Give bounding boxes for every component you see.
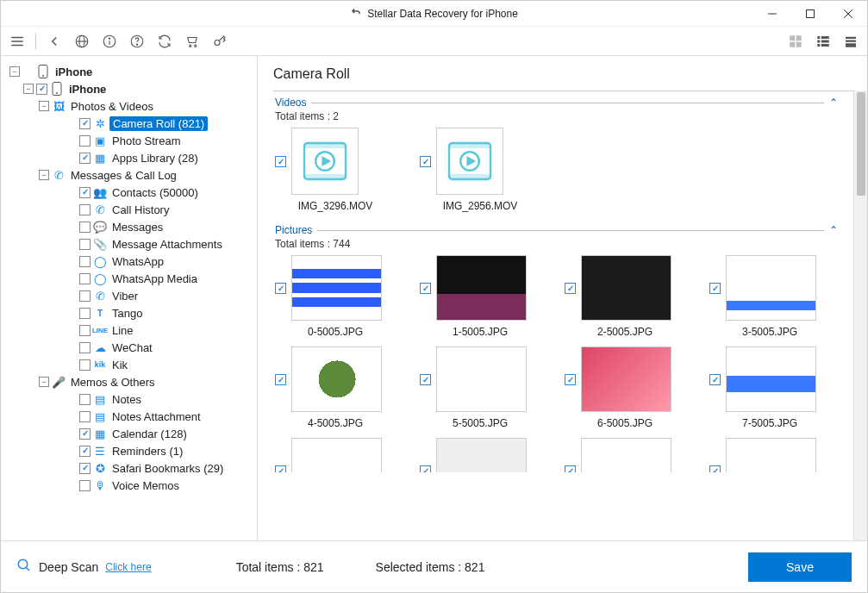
checkbox[interactable] <box>79 359 91 371</box>
tree-item-wechat[interactable]: ☁ WeChat <box>4 339 257 356</box>
refresh-icon[interactable] <box>155 32 174 51</box>
view-list-icon[interactable] <box>814 32 833 51</box>
item-checkbox[interactable] <box>709 374 721 385</box>
expand-toggle[interactable]: − <box>9 66 20 77</box>
checkbox[interactable] <box>79 273 91 284</box>
picture-item[interactable]: 5-5005.JPG <box>420 346 540 429</box>
tree-item-messages[interactable]: 💬 Messages <box>4 218 257 235</box>
checkbox[interactable] <box>79 342 91 353</box>
item-checkbox[interactable] <box>420 465 431 473</box>
checkbox[interactable] <box>79 480 91 491</box>
item-checkbox[interactable] <box>275 465 286 473</box>
picture-item[interactable] <box>275 438 396 472</box>
picture-thumb[interactable] <box>436 438 527 472</box>
info-icon[interactable] <box>100 32 119 51</box>
tree-root-iphone[interactable]: − iPhone <box>4 63 257 80</box>
checkbox[interactable] <box>79 135 91 147</box>
checkbox[interactable] <box>79 308 91 319</box>
item-checkbox[interactable] <box>565 283 576 294</box>
checkbox[interactable] <box>79 204 91 215</box>
expand-toggle[interactable]: − <box>39 101 49 111</box>
picture-thumb[interactable] <box>581 346 671 412</box>
tree-item-calendar[interactable]: ▦ Calendar (128) <box>4 425 257 442</box>
minimize-button[interactable] <box>753 1 791 26</box>
picture-item[interactable]: 1-5005.JPG <box>420 255 540 338</box>
picture-item[interactable] <box>565 438 685 472</box>
checkbox[interactable] <box>79 411 91 422</box>
expand-toggle[interactable]: − <box>39 170 49 180</box>
checkbox[interactable] <box>36 84 47 95</box>
tree-item-photo-stream[interactable]: ▣ Photo Stream <box>4 132 257 149</box>
cart-icon[interactable] <box>183 32 202 51</box>
expand-toggle[interactable]: − <box>39 377 49 387</box>
tree-item-call-history[interactable]: ✆ Call History <box>4 201 257 218</box>
picture-item[interactable]: 7-5005.JPG <box>709 346 830 429</box>
maximize-button[interactable] <box>791 1 829 26</box>
checkbox[interactable] <box>79 118 91 129</box>
scrollbar-thumb[interactable] <box>857 92 865 196</box>
save-button[interactable]: Save <box>748 552 852 582</box>
picture-item[interactable]: 6-5005.JPG <box>565 346 685 429</box>
tree-item-notes[interactable]: ▤ Notes <box>4 390 257 408</box>
picture-item[interactable]: 3-5005.JPG <box>709 255 830 338</box>
tree-item-whatsapp-media[interactable]: ◯ WhatsApp Media <box>4 270 257 287</box>
tree-group-memos[interactable]: − 🎤 Memos & Others <box>4 373 257 390</box>
tree-item-apps-library[interactable]: ▦ Apps Library (28) <box>4 149 257 166</box>
video-item[interactable]: IMG_2956.MOV <box>420 128 540 212</box>
view-stack-icon[interactable] <box>841 32 860 51</box>
tree-item-tango[interactable]: T Tango <box>4 304 257 321</box>
item-checkbox[interactable] <box>420 156 431 167</box>
tree-item-viber[interactable]: ✆ Viber <box>4 287 257 304</box>
content-scroll[interactable]: Videos ⌃ Total items : 2 IMG_3296.MOV <box>273 91 853 537</box>
tree-device-iphone[interactable]: − iPhone <box>4 80 257 97</box>
checkbox[interactable] <box>79 187 91 198</box>
picture-thumb[interactable] <box>726 438 816 472</box>
item-checkbox[interactable] <box>565 465 576 473</box>
tree-item-safari-bookmarks[interactable]: ✪ Safari Bookmarks (29) <box>4 459 257 477</box>
item-checkbox[interactable] <box>275 374 286 385</box>
picture-item[interactable]: 2-5005.JPG <box>565 255 685 338</box>
tree-item-line[interactable]: LINE Line <box>4 321 257 339</box>
picture-thumb[interactable] <box>726 346 816 412</box>
checkbox[interactable] <box>79 325 91 336</box>
tree-item-contacts[interactable]: 👥 Contacts (50000) <box>4 184 257 201</box>
item-checkbox[interactable] <box>565 374 576 385</box>
checkbox[interactable] <box>79 290 91 302</box>
tree-item-kik[interactable]: kik Kik <box>4 356 257 373</box>
checkbox[interactable] <box>79 446 91 457</box>
video-thumb[interactable] <box>291 128 359 195</box>
item-checkbox[interactable] <box>275 283 286 294</box>
collapse-icon[interactable]: ⌃ <box>829 97 838 109</box>
tree-item-notes-attachment[interactable]: ▤ Notes Attachment <box>4 408 257 425</box>
globe-icon[interactable] <box>72 32 91 51</box>
deep-scan-link[interactable]: Click here <box>105 561 151 573</box>
picture-item[interactable]: 4-5005.JPG <box>275 346 396 429</box>
item-checkbox[interactable] <box>420 374 431 385</box>
picture-item[interactable] <box>420 438 540 472</box>
checkbox[interactable] <box>79 428 91 440</box>
picture-thumb[interactable] <box>436 346 527 412</box>
item-checkbox[interactable] <box>709 283 721 294</box>
picture-thumb[interactable] <box>291 255 382 321</box>
tree-group-photos[interactable]: − 🖼 Photos & Videos <box>4 97 257 115</box>
picture-thumb[interactable] <box>291 438 382 472</box>
picture-thumb[interactable] <box>581 438 671 472</box>
picture-thumb[interactable] <box>291 346 382 412</box>
video-thumb[interactable] <box>436 128 503 195</box>
picture-thumb[interactable] <box>726 255 816 321</box>
expand-toggle[interactable]: − <box>23 84 34 94</box>
checkbox[interactable] <box>79 256 91 267</box>
picture-item[interactable]: 0-5005.JPG <box>275 255 396 338</box>
help-icon[interactable] <box>128 32 147 51</box>
nav-back-icon[interactable] <box>45 32 64 51</box>
checkbox[interactable] <box>79 394 91 405</box>
checkbox[interactable] <box>79 463 91 474</box>
tree-item-reminders[interactable]: ☰ Reminders (1) <box>4 442 257 459</box>
item-checkbox[interactable] <box>420 283 431 294</box>
view-grid-icon[interactable] <box>786 32 805 51</box>
tree-item-camera-roll[interactable]: ✲ Camera Roll (821) <box>4 115 257 132</box>
tree-item-voice-memos[interactable]: 🎙 Voice Memos <box>4 477 257 494</box>
key-icon[interactable] <box>210 32 229 51</box>
scrollbar[interactable] <box>853 91 867 540</box>
tree-group-messages[interactable]: − ✆ Messages & Call Log <box>4 166 257 184</box>
